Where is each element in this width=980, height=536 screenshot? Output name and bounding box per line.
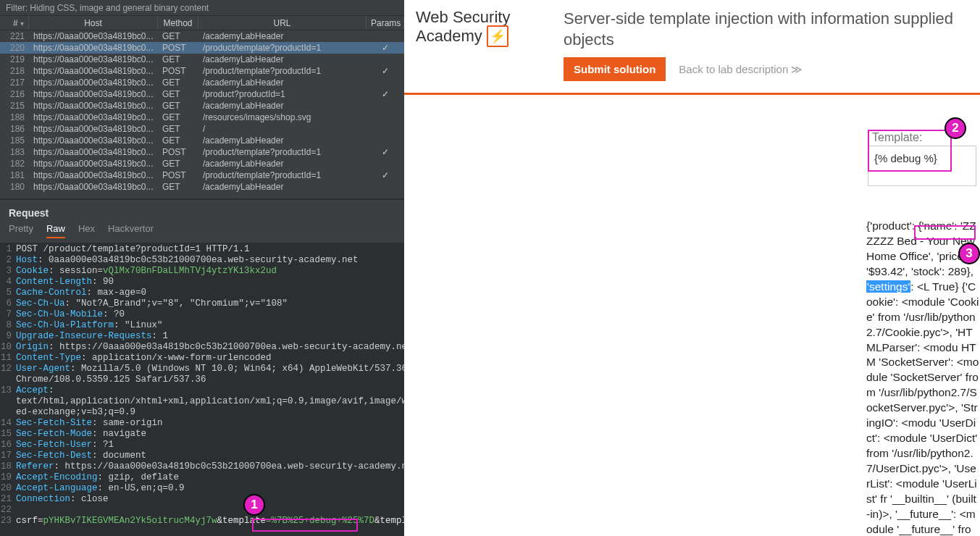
back-link[interactable]: Back to lab description ≫ <box>679 63 803 76</box>
col-params[interactable]: Params <box>367 16 404 30</box>
proxy-history-panel: Filter: Hiding CSS, image and general bi… <box>0 0 404 536</box>
lab-title: Server-side template injection with info… <box>564 9 980 50</box>
table-row[interactable]: 181https://0aaa000e03a4819bc0...POST/pro… <box>0 169 404 181</box>
table-row[interactable]: 218https://0aaa000e03a4819bc0...POST/pro… <box>0 65 404 77</box>
table-row[interactable]: 188https://0aaa000e03a4819bc0...GET/reso… <box>0 112 404 123</box>
table-header: # ▾ Host Method URL Params <box>0 16 404 30</box>
request-raw-body[interactable]: 1POST /product/template?productId=1 HTTP… <box>0 243 404 536</box>
table-row[interactable]: 182https://0aaa000e03a4819bc0...GET/acad… <box>0 158 404 169</box>
tab-raw[interactable]: Raw <box>46 223 65 238</box>
callout-1: 1 <box>243 494 265 516</box>
table-row[interactable]: 215https://0aaa000e03a4819bc0...GET/acad… <box>0 100 404 112</box>
academy-icon: ⚡ <box>487 25 508 47</box>
request-section: Request Pretty Raw Hex Hackvertor 1POST … <box>0 198 404 536</box>
browser-panel: Web Security Academy ⚡ Server-side templ… <box>404 0 980 536</box>
table-row[interactable]: 216https://0aaa000e03a4819bc0...GET/prod… <box>0 88 404 100</box>
tab-pretty[interactable]: Pretty <box>9 223 33 238</box>
submit-solution-button[interactable]: Submit solution <box>564 57 666 81</box>
tab-hackvertor[interactable]: Hackvertor <box>108 223 154 238</box>
highlighted-settings: 'settings' <box>866 280 910 293</box>
table-row[interactable]: 220https://0aaa000e03a4819bc0...POST/pro… <box>0 42 404 54</box>
callout-3: 3 <box>958 243 980 264</box>
request-header: Request <box>0 200 404 223</box>
col-host[interactable]: Host <box>29 16 158 30</box>
col-method[interactable]: Method <box>158 16 198 30</box>
table-row[interactable]: 185https://0aaa000e03a4819bc0...GET/acad… <box>0 135 404 146</box>
chevron-down-icon: ▾ <box>20 20 24 28</box>
table-row[interactable]: 186https://0aaa000e03a4819bc0...GET/ <box>0 123 404 135</box>
table-body: 221https://0aaa000e03a4819bc0...GET/acad… <box>0 30 404 198</box>
template-input[interactable] <box>868 146 976 186</box>
col-url[interactable]: URL <box>198 16 367 30</box>
debug-output: {'product': {'name': 'ZZZZZZ Bed - Your … <box>866 219 980 536</box>
academy-logo: Web Security Academy ⚡ <box>416 9 546 47</box>
filter-bar[interactable]: Filter: Hiding CSS, image and general bi… <box>0 0 404 16</box>
table-row[interactable]: 217https://0aaa000e03a4819bc0...GET/acad… <box>0 77 404 88</box>
tab-hex[interactable]: Hex <box>78 223 95 238</box>
col-num[interactable]: # ▾ <box>0 16 29 30</box>
table-row[interactable]: 180https://0aaa000e03a4819bc0...GET/acad… <box>0 181 404 193</box>
chevron-right-icon: ≫ <box>791 63 803 75</box>
divider <box>404 93 980 95</box>
table-row[interactable]: 183https://0aaa000e03a4819bc0...POST/pro… <box>0 146 404 158</box>
callout-2: 2 <box>945 117 966 139</box>
table-row[interactable]: 219https://0aaa000e03a4819bc0...GET/acad… <box>0 54 404 65</box>
table-row[interactable]: 221https://0aaa000e03a4819bc0...GET/acad… <box>0 30 404 42</box>
request-tabs: Pretty Raw Hex Hackvertor <box>0 223 404 243</box>
